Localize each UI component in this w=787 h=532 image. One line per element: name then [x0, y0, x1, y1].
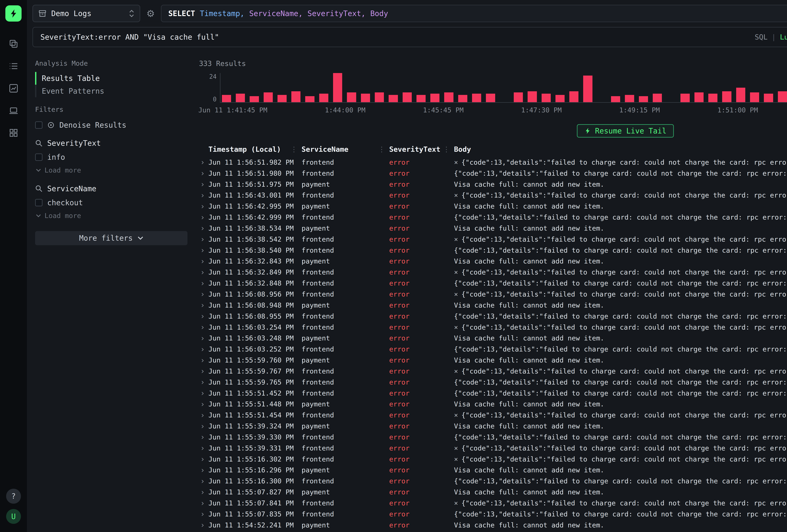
user-avatar[interactable]: U	[6, 509, 21, 524]
log-row[interactable]: ›Jun 11 1:54:52.241 PMpaymenterrorVisa c…	[198, 519, 787, 531]
laptop-icon[interactable]	[7, 105, 20, 116]
grid-icon[interactable]	[7, 127, 20, 139]
histogram-bar[interactable]	[750, 92, 759, 102]
histogram-bar[interactable]	[653, 94, 662, 102]
panels-icon[interactable]	[7, 38, 20, 50]
histogram-bar[interactable]	[722, 91, 731, 102]
log-row[interactable]: ›Jun 11 1:56:03.252 PMfrontenderror{"cod…	[198, 344, 787, 355]
log-row[interactable]: ›Jun 11 1:55:07.841 PMfrontenderror×{"co…	[198, 497, 787, 509]
log-row[interactable]: ›Jun 11 1:56:42.995 PMpaymenterrorVisa c…	[198, 201, 787, 212]
log-row[interactable]: ›Jun 11 1:56:08.955 PMfrontenderror{"cod…	[198, 311, 787, 322]
log-row[interactable]: ›Jun 11 1:55:39.331 PMfrontenderror×{"co…	[198, 443, 787, 454]
lucene-mode-button[interactable]: Lucene	[780, 33, 787, 41]
checkbox-icon[interactable]	[35, 121, 42, 129]
column-header-timestamp[interactable]: Timestamp (Local) ⋮	[208, 145, 301, 153]
row-expand-icon[interactable]: ›	[198, 422, 208, 430]
load-more-button[interactable]: Load more	[35, 164, 188, 177]
row-expand-icon[interactable]: ›	[198, 202, 208, 211]
row-expand-icon[interactable]: ›	[198, 290, 208, 298]
histogram-bar[interactable]	[222, 95, 231, 102]
column-header-severitytext[interactable]: SeverityText ⋮	[389, 145, 454, 153]
log-row[interactable]: ›Jun 11 1:56:08.948 PMpaymenterrorVisa c…	[198, 300, 787, 311]
column-header-servicename[interactable]: ServiceName ⋮	[302, 145, 389, 153]
histogram-bar[interactable]	[541, 94, 551, 102]
log-row[interactable]: ›Jun 11 1:55:59.760 PMpaymenterrorVisa c…	[198, 355, 787, 366]
column-grip-icon[interactable]: ⋮	[378, 145, 385, 153]
row-expand-icon[interactable]: ›	[198, 521, 208, 529]
log-row[interactable]: ›Jun 11 1:56:42.999 PMfrontenderror{"cod…	[198, 212, 787, 223]
log-row[interactable]: ›Jun 11 1:55:39.330 PMfrontenderror{"cod…	[198, 431, 787, 443]
mode-results-table[interactable]: Results Table	[35, 72, 188, 85]
row-expand-icon[interactable]: ›	[198, 268, 208, 277]
histogram-bar[interactable]	[347, 92, 356, 102]
facet-header[interactable]: ServiceName	[35, 182, 188, 195]
histogram-bar[interactable]	[250, 96, 259, 102]
histogram-bar[interactable]	[430, 94, 440, 102]
log-row[interactable]: ›Jun 11 1:55:07.835 PMfrontenderror{"cod…	[198, 509, 787, 519]
row-expand-icon[interactable]: ›	[198, 312, 208, 320]
row-expand-icon[interactable]: ›	[198, 433, 208, 441]
log-row[interactable]: ›Jun 11 1:56:51.975 PMpaymenterrorVisa c…	[198, 179, 787, 190]
histogram-bar[interactable]	[417, 95, 426, 102]
row-expand-icon[interactable]: ›	[198, 378, 208, 386]
log-row[interactable]: ›Jun 11 1:55:07.827 PMpaymenterrorVisa c…	[198, 487, 787, 497]
histogram-bar[interactable]	[708, 94, 718, 102]
search-input[interactable]	[40, 33, 749, 41]
log-row[interactable]: ›Jun 11 1:56:32.848 PMfrontenderror{"cod…	[198, 278, 787, 289]
log-row[interactable]: ›Jun 11 1:56:51.980 PMfrontenderror{"cod…	[198, 168, 787, 179]
row-expand-icon[interactable]: ›	[198, 158, 208, 167]
row-expand-icon[interactable]: ›	[198, 279, 208, 288]
row-expand-icon[interactable]: ›	[198, 444, 208, 452]
load-more-button[interactable]: Load more	[35, 210, 188, 223]
histogram-bar[interactable]	[375, 92, 384, 102]
histogram-bar[interactable]	[611, 96, 620, 102]
log-row[interactable]: ›Jun 11 1:55:16.296 PMpaymenterrorVisa c…	[198, 465, 787, 476]
gear-icon[interactable]: ⚙	[146, 8, 155, 19]
row-expand-icon[interactable]: ›	[198, 411, 208, 420]
log-row[interactable]: ›Jun 11 1:55:51.454 PMfrontenderror×{"co…	[198, 409, 787, 421]
row-expand-icon[interactable]: ›	[198, 257, 208, 265]
checkbox-icon[interactable]	[35, 199, 42, 206]
histogram-bar[interactable]	[403, 92, 412, 102]
facet-header[interactable]: SeverityText	[35, 136, 188, 150]
histogram-bar[interactable]	[389, 95, 398, 102]
histogram-bar[interactable]	[528, 91, 537, 102]
histogram-bar[interactable]	[319, 94, 328, 102]
list-icon[interactable]	[7, 60, 20, 72]
row-expand-icon[interactable]: ›	[198, 389, 208, 398]
log-row[interactable]: ›Jun 11 1:55:16.302 PMfrontenderror×{"co…	[198, 454, 787, 465]
checkbox-icon[interactable]	[35, 153, 42, 161]
histogram-bar[interactable]	[486, 94, 495, 102]
column-grip-icon[interactable]: ⋮	[443, 145, 450, 153]
row-expand-icon[interactable]: ›	[198, 213, 208, 221]
sql-mode-button[interactable]: SQL	[755, 33, 767, 41]
log-row[interactable]: ›Jun 11 1:55:59.767 PMfrontenderror×{"co…	[198, 366, 787, 377]
histogram-bar[interactable]	[555, 95, 565, 102]
row-expand-icon[interactable]: ›	[198, 180, 208, 189]
row-expand-icon[interactable]: ›	[198, 499, 208, 507]
histogram-bar[interactable]	[625, 95, 634, 102]
histogram-bar[interactable]	[361, 94, 370, 102]
row-expand-icon[interactable]: ›	[198, 345, 208, 354]
resume-live-tail-button[interactable]: Resume Live Tail	[577, 124, 674, 138]
denoise-results-toggle[interactable]: Denoise Results	[35, 118, 188, 132]
row-expand-icon[interactable]: ›	[198, 246, 208, 255]
row-expand-icon[interactable]: ›	[198, 367, 208, 376]
histogram-bar[interactable]	[514, 92, 523, 102]
row-expand-icon[interactable]: ›	[198, 235, 208, 243]
select-query-input[interactable]: SELECT Timestamp, ServiceName, SeverityT…	[161, 5, 787, 22]
mode-event-patterns[interactable]: Event Patterns	[35, 85, 188, 98]
histogram-bar[interactable]	[291, 91, 300, 102]
source-select[interactable]: Demo Logs	[33, 5, 141, 22]
histogram-bar[interactable]	[680, 94, 689, 102]
histogram-bar[interactable]	[736, 88, 745, 102]
row-expand-icon[interactable]: ›	[198, 510, 208, 518]
chart-icon[interactable]	[7, 82, 20, 94]
row-expand-icon[interactable]: ›	[198, 455, 208, 463]
column-grip-icon[interactable]: ⋮	[291, 145, 297, 153]
row-expand-icon[interactable]: ›	[198, 466, 208, 474]
log-row[interactable]: ›Jun 11 1:56:32.849 PMfrontenderror×{"co…	[198, 267, 787, 278]
row-expand-icon[interactable]: ›	[198, 400, 208, 408]
facet-option-checkout[interactable]: checkout	[35, 196, 188, 210]
histogram-bar[interactable]	[277, 95, 286, 102]
